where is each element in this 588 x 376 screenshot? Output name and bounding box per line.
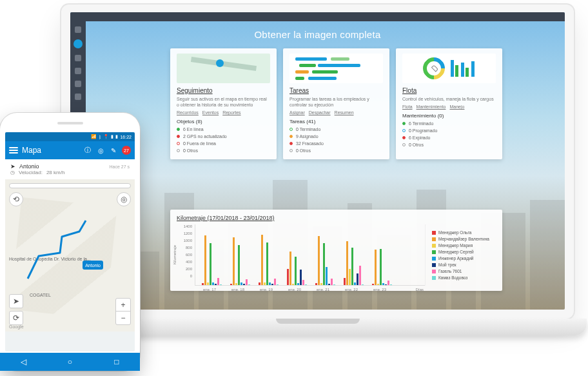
link-flota[interactable]: Flota <box>402 104 413 109</box>
phone-screen: 📶 ᛒ 📍 ▮ ▮ 16:22 Mapa ⓘ ◎ ✎ 27 ➤ Antonio … <box>5 132 135 351</box>
dashboard-cards: Seguimiento Seguir sus activos en el map… <box>170 48 502 159</box>
rail-map-icon[interactable] <box>75 55 81 61</box>
link-reportes[interactable]: Reportes <box>222 110 240 115</box>
rail-tasks-icon[interactable] <box>75 81 81 87</box>
card-tracking-group: Objetos (8) <box>177 119 270 124</box>
bluetooth-icon: ᛒ <box>99 135 101 139</box>
card-fleet[interactable]: Flota Control de vehículos, maneja la fl… <box>396 48 502 159</box>
gps-icon: 📍 <box>103 134 109 139</box>
rail-fleet-icon[interactable] <box>75 94 81 100</box>
card-tasks-title[interactable]: Tareas <box>289 87 383 94</box>
notifications-badge[interactable]: 27 <box>122 146 131 155</box>
legend-item[interactable]: Менеджер Сергей <box>432 250 496 254</box>
laptop-screen: Obtener la imagen completa Seguimiento S… <box>70 12 565 310</box>
mileage-legend: Менеджер ОльгаМерчандайзер ВалентинаМене… <box>425 224 496 286</box>
app-bar-title: Mapa <box>22 146 79 155</box>
link-eventos[interactable]: Eventos <box>202 110 219 115</box>
stat-item: 0 Otros <box>177 148 270 153</box>
hamburger-icon[interactable] <box>9 147 18 153</box>
cursor-icon: ➤ <box>10 163 15 170</box>
tracker-ago: Hace 27 s <box>109 164 130 169</box>
mileage-chart-panel: Kilometraje (17/01/2018 - 23/01/2018) Ki… <box>170 210 502 291</box>
stat-item: 32 Fracasado <box>289 141 383 146</box>
legend-item[interactable]: Мой трек <box>432 262 496 267</box>
card-tracking-stats: 6 En línea2 GPS no actualizado0 Fuera de… <box>177 127 270 153</box>
stat-item: 0 Otros <box>402 143 496 147</box>
card-fleet-group: Mantenimiento (0) <box>402 113 496 119</box>
card-tasks-stats: 0 Terminado9 Asignado32 Fracasado0 Otros <box>289 127 383 153</box>
link-despachar[interactable]: Despachar <box>309 110 331 115</box>
home-button[interactable]: ○ <box>64 357 75 367</box>
route-icon[interactable]: ✎ <box>109 146 118 155</box>
speedometer-icon: ◷ <box>10 170 15 175</box>
card-tracking-title[interactable]: Seguimiento <box>177 87 270 94</box>
rail-home-icon[interactable] <box>74 39 83 48</box>
legend-item[interactable]: Менеджер Ольга <box>432 230 496 235</box>
tasks-thumb-icon <box>289 54 383 83</box>
recent-button[interactable]: □ <box>112 357 122 367</box>
stat-item: 9 Asignado <box>289 134 383 139</box>
stat-item: 6 Terminado <box>402 121 496 126</box>
legend-item[interactable]: Инженер Аркадий <box>432 256 496 261</box>
app-bar: Mapa ⓘ ◎ ✎ 27 <box>5 141 135 159</box>
stat-item: 0 Programado <box>402 128 496 133</box>
map-area[interactable]: ⟲ ◎ Hospital de Ortopedia Dr. Victorio d… <box>5 179 135 331</box>
tracker-name: Antonio <box>19 163 39 170</box>
map-marker[interactable]: Antonio <box>83 261 103 270</box>
mileage-x-axis-label: Días <box>416 288 424 292</box>
fleet-thumb-icon <box>402 54 496 83</box>
mileage-chart-title[interactable]: Kilometraje (17/01/2018 - 23/01/2018) <box>177 215 496 221</box>
link-mantenimiento[interactable]: Mantenimiento <box>416 104 446 109</box>
stat-item: 6 Expirado <box>402 135 496 140</box>
link-recorridos[interactable]: Recorridos <box>177 110 199 115</box>
timeline-slider[interactable] <box>9 183 131 188</box>
status-time: 16:22 <box>120 135 132 139</box>
android-nav-bar: ◁ ○ □ <box>0 353 140 371</box>
tracking-thumb-icon <box>177 54 270 83</box>
card-tasks-group: Tareas (41) <box>289 119 383 124</box>
link-resumen[interactable]: Resumen <box>335 110 354 115</box>
stat-item: 2 GPS no actualizado <box>177 134 270 139</box>
page-title: Obtener la imagen completa <box>70 29 565 40</box>
stat-item: 0 Otros <box>289 148 383 153</box>
legend-item[interactable]: Камаз Водовоз <box>432 275 496 280</box>
card-tracking-desc: Seguir sus activos en el mapa en tiempo … <box>177 96 270 108</box>
rail-reports-icon[interactable] <box>75 68 81 74</box>
android-status-bar: 📶 ᛒ 📍 ▮ ▮ 16:22 <box>5 132 135 141</box>
legend-item[interactable]: Мерчандайзер Валентина <box>432 237 496 241</box>
card-fleet-desc: Control de vehículos, maneja la flota y … <box>402 96 496 102</box>
history-button[interactable]: ⟲ <box>9 192 23 206</box>
zoom-out-button[interactable]: − <box>116 312 130 324</box>
stat-item: 6 En línea <box>177 127 270 132</box>
zoom-controls: + − <box>115 298 131 325</box>
info-icon[interactable]: ⓘ <box>83 146 92 155</box>
phone-speaker <box>57 122 83 124</box>
card-fleet-title[interactable]: Flota <box>402 87 496 94</box>
legend-item[interactable]: Газель 7601 <box>432 269 496 273</box>
target-icon[interactable]: ◎ <box>96 146 105 155</box>
stat-item: 0 Terminado <box>289 127 383 132</box>
mileage-plot-area: Días ene. 17ene. 18ene. 19ene. 20ene. 21… <box>195 224 425 286</box>
link-manejo[interactable]: Manejo <box>449 104 464 109</box>
card-tracking[interactable]: Seguimiento Seguir sus activos en el map… <box>170 48 277 159</box>
refresh-button[interactable]: ⟳ <box>9 311 23 325</box>
google-logo: Google <box>9 324 24 329</box>
tracker-speed-label: Velocidad: <box>19 170 43 175</box>
card-fleet-stats: 6 Terminado0 Programado6 Expirado0 Otros <box>402 121 496 147</box>
battery-icon: ▮ <box>115 134 118 139</box>
tracker-info-panel[interactable]: ➤ Antonio Hace 27 s ◷ Velocidad: 28 km/h <box>5 159 135 179</box>
card-tasks[interactable]: Tareas Programar las tareas a los emplea… <box>283 48 389 159</box>
legend-item[interactable]: Менеджер Мария <box>432 243 496 248</box>
app-header-strip <box>70 12 565 21</box>
zoom-in-button[interactable]: + <box>116 299 130 312</box>
link-asignar[interactable]: Asignar <box>289 110 305 115</box>
stat-item: 0 Fuera de línea <box>177 141 270 146</box>
compass-button[interactable]: ➤ <box>9 294 23 308</box>
back-button[interactable]: ◁ <box>18 357 28 367</box>
tracker-speed-value: 28 km/h <box>46 170 64 175</box>
route-polyline <box>24 217 102 295</box>
card-tasks-desc: Programar las tareas a los empleados y c… <box>289 96 383 108</box>
mileage-y-axis-label: Kilometraje <box>173 245 177 264</box>
signal-icon: ▮ <box>111 134 113 139</box>
center-button[interactable]: ◎ <box>117 192 131 206</box>
